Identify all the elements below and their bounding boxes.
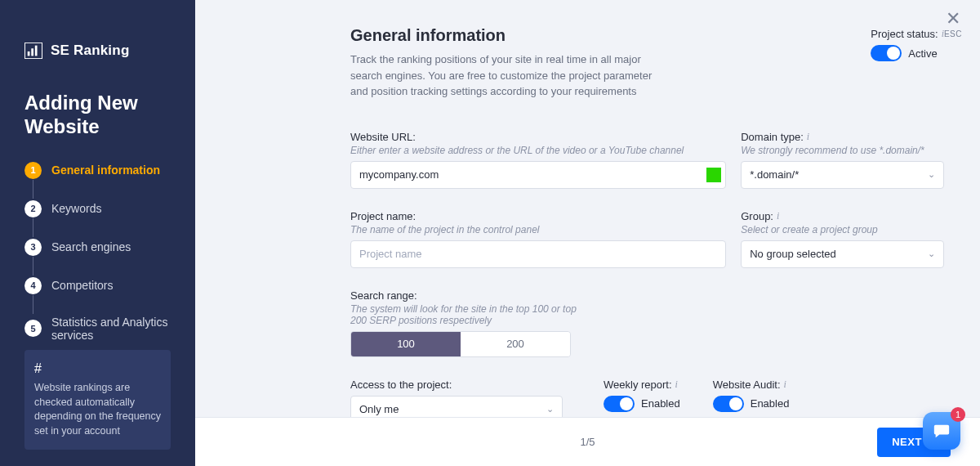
website-url-input[interactable] [350, 161, 726, 189]
close-icon: ✕ [946, 10, 960, 28]
step-list: 1General information 2Keywords 3Search e… [24, 162, 172, 342]
step-number: 5 [24, 320, 42, 337]
info-icon[interactable]: i [675, 379, 678, 391]
access-value: Only me [359, 403, 399, 415]
weekly-label: Weekly report: [604, 379, 672, 391]
step-label: Search engines [51, 240, 131, 253]
domain-type-label: Domain type: [741, 131, 804, 143]
content: General information Track the ranking po… [195, 0, 980, 417]
page-title: General information [350, 26, 661, 45]
close-button[interactable]: ✕ ESC [944, 10, 962, 38]
step-label: Competitors [51, 279, 113, 292]
page-subtitle: Track the ranking positions of your site… [350, 52, 661, 100]
audit-label: Website Audit: [713, 379, 781, 391]
hash-icon: # [34, 360, 161, 378]
search-range-toggle: 100 200 [350, 331, 571, 357]
group-label: Group: [741, 210, 773, 222]
info-icon[interactable]: i [777, 210, 779, 222]
step-label: General information [51, 164, 160, 177]
step-keywords[interactable]: 2Keywords [24, 200, 172, 239]
brand-logo-icon [24, 43, 42, 59]
brand-name: SE Ranking [51, 43, 129, 59]
svg-rect-2 [31, 48, 33, 56]
url-label: Website URL: [350, 131, 416, 143]
chevron-down-icon: ⌄ [928, 169, 935, 180]
footer: 1/5 NEXT › [195, 417, 980, 466]
svg-rect-3 [35, 46, 38, 56]
brand: SE Ranking [24, 43, 172, 59]
chat-icon [933, 422, 951, 440]
project-status: Project status:i Active [871, 26, 944, 61]
status-value: Active [908, 47, 937, 60]
step-statistics[interactable]: 5Statistics and Analytics services [24, 316, 172, 342]
close-label: ESC [944, 29, 962, 38]
step-number: 4 [24, 277, 42, 294]
group-hint: Select or create a project group [741, 224, 944, 235]
url-hint: Either enter a website address or the UR… [350, 145, 726, 156]
website-audit-toggle[interactable] [713, 396, 744, 412]
chat-badge: 1 [951, 407, 965, 422]
chat-button[interactable]: 1 [923, 412, 960, 450]
sidebar-title: Adding New Website [24, 92, 172, 139]
step-competitors[interactable]: 4Competitors [24, 277, 172, 316]
info-icon[interactable]: i [784, 379, 786, 391]
info-icon[interactable]: i [807, 131, 809, 143]
status-toggle[interactable] [871, 45, 902, 61]
domain-type-value: *.domain/* [750, 168, 799, 181]
step-general-information[interactable]: 1General information [24, 162, 172, 200]
access-select[interactable]: Only me ⌄ [350, 396, 563, 418]
group-select[interactable]: No group selected ⌄ [741, 240, 944, 268]
step-label: Statistics and Analytics services [51, 316, 172, 342]
step-number: 2 [24, 200, 42, 217]
weekly-value: Enabled [641, 397, 680, 410]
domain-type-hint: We strongly recommend to use *.domain/* [741, 145, 944, 156]
step-label: Keywords [51, 202, 101, 215]
range-label: Search range: [350, 289, 417, 302]
domain-type-select[interactable]: *.domain/* ⌄ [741, 161, 944, 189]
sidebar-note: # Website rankings are checked automatic… [24, 350, 171, 450]
step-number: 1 [24, 162, 42, 179]
step-search-engines[interactable]: 3Search engines [24, 239, 172, 277]
project-name-hint: The name of the project in the control p… [350, 224, 726, 235]
svg-rect-1 [28, 52, 30, 56]
weekly-report-toggle[interactable] [604, 396, 635, 412]
range-200[interactable]: 200 [461, 332, 570, 356]
range-100[interactable]: 100 [351, 332, 461, 356]
step-number: 3 [24, 239, 42, 256]
url-valid-icon [706, 168, 721, 182]
audit-value: Enabled [751, 397, 790, 410]
range-hint: The system will look for the site in the… [350, 303, 579, 326]
chevron-down-icon: ⌄ [546, 404, 554, 414]
group-value: No group selected [750, 248, 836, 260]
chevron-down-icon: ⌄ [928, 249, 935, 259]
project-name-label: Project name: [350, 210, 416, 222]
project-name-input[interactable] [350, 240, 726, 268]
pager: 1/5 [580, 436, 595, 448]
access-label: Access to the project: [350, 379, 452, 391]
sidebar: SE Ranking Adding New Website 1General i… [0, 0, 195, 466]
note-text: Website rankings are checked automatical… [34, 382, 161, 437]
next-label: NEXT [892, 436, 922, 448]
status-label: Project status: [871, 28, 938, 40]
main: ✕ ESC General information Track the rank… [195, 0, 980, 466]
